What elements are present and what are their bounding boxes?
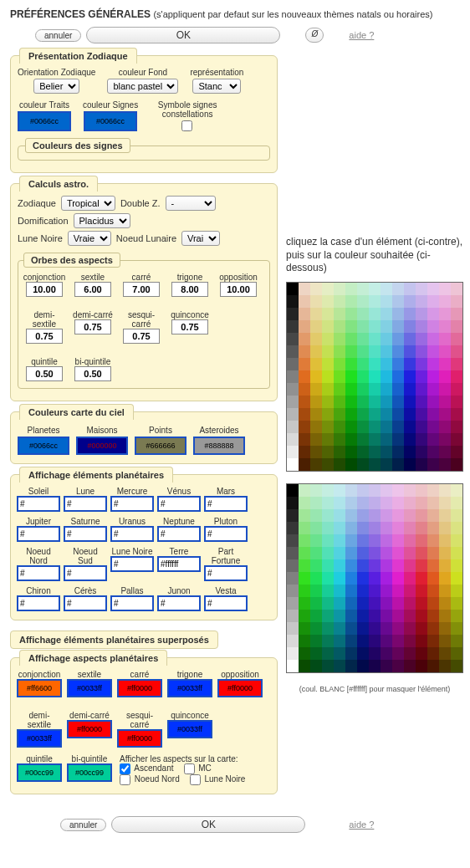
palette-cell[interactable] bbox=[369, 497, 381, 509]
palette-cell[interactable] bbox=[334, 358, 345, 370]
palette-cell[interactable] bbox=[322, 635, 334, 647]
palette-cell[interactable] bbox=[439, 622, 451, 635]
palette-cell[interactable] bbox=[439, 509, 451, 522]
palette-cell[interactable] bbox=[369, 396, 381, 408]
palette-cell[interactable] bbox=[322, 396, 334, 408]
zodiaque-select[interactable]: Tropical bbox=[61, 196, 115, 211]
orb-input-trigone[interactable] bbox=[171, 282, 208, 297]
reset-button[interactable]: Ø bbox=[305, 28, 324, 43]
planet-input-Noeud Sud[interactable] bbox=[64, 565, 107, 581]
palette-cell[interactable] bbox=[404, 383, 416, 396]
palette-cell[interactable] bbox=[427, 358, 439, 370]
palette-cell[interactable] bbox=[404, 622, 416, 635]
palette-cell[interactable] bbox=[310, 345, 322, 358]
palette-cell[interactable] bbox=[404, 547, 416, 559]
palette-cell[interactable] bbox=[392, 308, 404, 320]
palette-cell[interactable] bbox=[369, 370, 381, 383]
palette-cell[interactable] bbox=[310, 333, 322, 345]
palette-cell[interactable] bbox=[451, 622, 462, 635]
palette-cell[interactable] bbox=[310, 522, 322, 534]
palette-cell[interactable] bbox=[310, 408, 322, 421]
ok-button[interactable]: OK bbox=[86, 27, 280, 43]
palette-cell[interactable] bbox=[416, 534, 427, 547]
palette-cell[interactable] bbox=[310, 497, 322, 509]
palette-cell[interactable] bbox=[439, 647, 451, 660]
palette-cell[interactable] bbox=[416, 635, 427, 647]
palette-cell[interactable] bbox=[299, 333, 310, 345]
palette-cell[interactable] bbox=[322, 597, 334, 610]
palette-cell[interactable] bbox=[345, 559, 357, 572]
palette-cell[interactable] bbox=[439, 572, 451, 585]
palette-cell[interactable] bbox=[416, 647, 427, 660]
palette-cell[interactable] bbox=[310, 308, 322, 320]
palette-cell[interactable] bbox=[404, 421, 416, 433]
palette-cell[interactable] bbox=[345, 622, 357, 635]
palette-cell[interactable] bbox=[345, 421, 357, 433]
aspect-chip-bi-quintile[interactable]: #00cc99 bbox=[67, 763, 112, 782]
palette-cell[interactable] bbox=[439, 370, 451, 383]
palette-cell[interactable] bbox=[439, 320, 451, 333]
palette-cell[interactable] bbox=[322, 295, 334, 308]
orb-input-sextile[interactable] bbox=[74, 282, 111, 297]
palette-cell[interactable] bbox=[439, 283, 451, 295]
palette-cell[interactable] bbox=[322, 585, 334, 597]
palette-cell[interactable] bbox=[299, 660, 310, 672]
palette-cell[interactable] bbox=[345, 522, 357, 534]
palette-cell[interactable] bbox=[345, 446, 357, 458]
palette-cell[interactable] bbox=[299, 308, 310, 320]
palette-cell[interactable] bbox=[451, 572, 462, 585]
palette-cell[interactable] bbox=[404, 660, 416, 672]
palette-cell[interactable] bbox=[287, 295, 299, 308]
palette-cell[interactable] bbox=[310, 635, 322, 647]
palette-cell[interactable] bbox=[322, 433, 334, 446]
palette-cell[interactable] bbox=[381, 421, 392, 433]
palette-cell[interactable] bbox=[427, 660, 439, 672]
palette-cell[interactable] bbox=[357, 320, 369, 333]
palette-cell[interactable] bbox=[322, 547, 334, 559]
orb-input-sesqui-carré[interactable] bbox=[123, 329, 160, 344]
palette-cell[interactable] bbox=[310, 295, 322, 308]
panel-superposed-legend[interactable]: Affichage éléments planétaires superposé… bbox=[10, 631, 218, 649]
palette-cell[interactable] bbox=[439, 585, 451, 597]
palette-cell[interactable] bbox=[451, 295, 462, 308]
palette-cell[interactable] bbox=[404, 446, 416, 458]
palette-cell[interactable] bbox=[381, 370, 392, 383]
palette-cell[interactable] bbox=[427, 547, 439, 559]
color-palette-1[interactable] bbox=[286, 282, 463, 472]
palette-cell[interactable] bbox=[439, 421, 451, 433]
palette-cell[interactable] bbox=[334, 446, 345, 458]
palette-cell[interactable] bbox=[392, 597, 404, 610]
palette-cell[interactable] bbox=[369, 547, 381, 559]
signs-color-swatch[interactable]: #0066cc bbox=[84, 111, 137, 131]
palette-cell[interactable] bbox=[357, 458, 369, 471]
palette-cell[interactable] bbox=[416, 559, 427, 572]
palette-cell[interactable] bbox=[322, 421, 334, 433]
noeud-lunaire-select[interactable]: Vrai bbox=[181, 231, 220, 246]
palette-cell[interactable] bbox=[287, 610, 299, 622]
palette-cell[interactable] bbox=[439, 559, 451, 572]
palette-cell[interactable] bbox=[404, 408, 416, 421]
aspect-check-Noeud Nord[interactable] bbox=[120, 774, 130, 785]
help-link[interactable]: aide ? bbox=[349, 30, 374, 40]
palette-cell[interactable] bbox=[345, 345, 357, 358]
palette-cell[interactable] bbox=[287, 572, 299, 585]
palette-cell[interactable] bbox=[416, 308, 427, 320]
palette-cell[interactable] bbox=[369, 509, 381, 522]
palette-cell[interactable] bbox=[427, 283, 439, 295]
palette-cell[interactable] bbox=[334, 320, 345, 333]
palette-cell[interactable] bbox=[451, 408, 462, 421]
palette-cell[interactable] bbox=[299, 497, 310, 509]
palette-cell[interactable] bbox=[357, 358, 369, 370]
palette-cell[interactable] bbox=[345, 308, 357, 320]
palette-cell[interactable] bbox=[322, 408, 334, 421]
palette-cell[interactable] bbox=[287, 433, 299, 446]
palette-cell[interactable] bbox=[404, 647, 416, 660]
palette-cell[interactable] bbox=[416, 345, 427, 358]
palette-cell[interactable] bbox=[404, 333, 416, 345]
cancel-button[interactable]: annuler bbox=[35, 29, 81, 42]
orb-input-demi-carré[interactable] bbox=[74, 319, 111, 334]
palette-cell[interactable] bbox=[345, 320, 357, 333]
palette-cell[interactable] bbox=[381, 635, 392, 647]
palette-cell[interactable] bbox=[310, 547, 322, 559]
palette-cell[interactable] bbox=[404, 433, 416, 446]
